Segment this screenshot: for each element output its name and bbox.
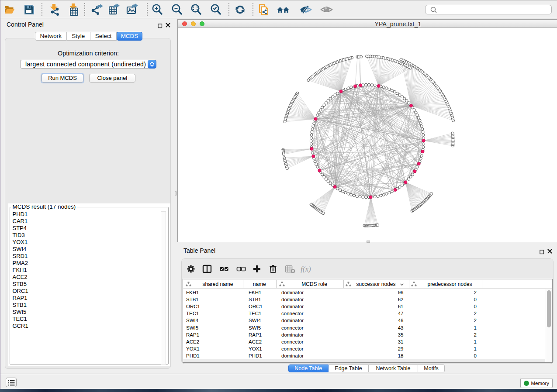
- svg-text:f(x): f(x): [301, 265, 311, 273]
